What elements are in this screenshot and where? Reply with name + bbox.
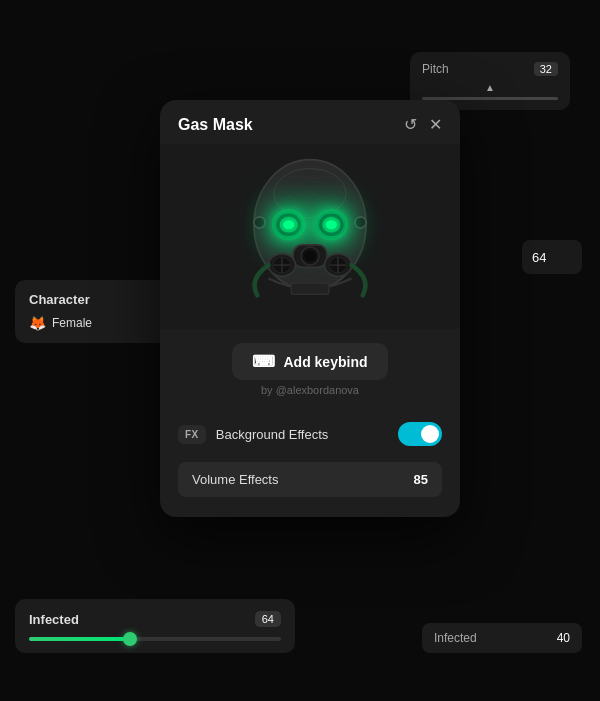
- pitch-label: Pitch: [422, 62, 449, 76]
- fx-row: FX Background Effects: [160, 412, 460, 456]
- infected-badge: 64: [255, 611, 281, 627]
- keyboard-icon: ⌨: [252, 352, 275, 371]
- modal-icons: ↺ ✕: [404, 117, 442, 133]
- by-author: by @alexbordanova: [160, 384, 460, 396]
- infected-slider-thumb[interactable]: [123, 632, 137, 646]
- reset-button[interactable]: ↺: [404, 117, 417, 133]
- infected-slider-fill: [29, 637, 130, 641]
- svg-point-14: [304, 251, 315, 262]
- add-keybind-label: Add keybind: [283, 354, 367, 370]
- character-row: 🦊 Female: [29, 315, 161, 331]
- svg-point-11: [326, 220, 337, 229]
- infected-small-label: Infected: [434, 631, 477, 645]
- bg-effects-label: Background Effects: [216, 427, 388, 442]
- gas-mask-image: [160, 144, 460, 329]
- infected-small-card: Infected 40: [422, 623, 582, 653]
- modal-title: Gas Mask: [178, 116, 253, 134]
- volume-side-value: 64: [532, 250, 546, 265]
- infected-small-value: 40: [557, 631, 570, 645]
- close-button[interactable]: ✕: [429, 117, 442, 133]
- svg-rect-23: [291, 283, 329, 294]
- character-icon: 🦊: [29, 315, 46, 331]
- bg-effects-toggle[interactable]: [398, 422, 442, 446]
- volume-effects-value: 85: [414, 472, 428, 487]
- add-keybind-button[interactable]: ⌨ Add keybind: [232, 343, 387, 380]
- mask-image-area: [160, 144, 460, 329]
- infected-slider-card: Infected 64: [15, 599, 295, 653]
- character-card: Character 🦊 Female: [15, 280, 175, 343]
- pitch-arrow-icon: ▲: [422, 82, 558, 93]
- pitch-value: 32: [534, 62, 558, 76]
- volume-effects-row: Volume Effects 85: [178, 462, 442, 497]
- gas-mask-modal: Gas Mask ↺ ✕: [160, 100, 460, 517]
- svg-point-3: [355, 217, 366, 228]
- svg-point-2: [254, 217, 265, 228]
- infected-title: Infected: [29, 612, 79, 627]
- svg-point-7: [283, 220, 294, 229]
- volume-effects-label: Volume Effects: [192, 472, 414, 487]
- volume-side-card: 64: [522, 240, 582, 274]
- fx-badge: FX: [178, 425, 206, 444]
- modal-header: Gas Mask ↺ ✕: [160, 100, 460, 144]
- character-name: Female: [52, 316, 92, 330]
- character-title: Character: [29, 292, 161, 307]
- infected-slider-track[interactable]: [29, 637, 281, 641]
